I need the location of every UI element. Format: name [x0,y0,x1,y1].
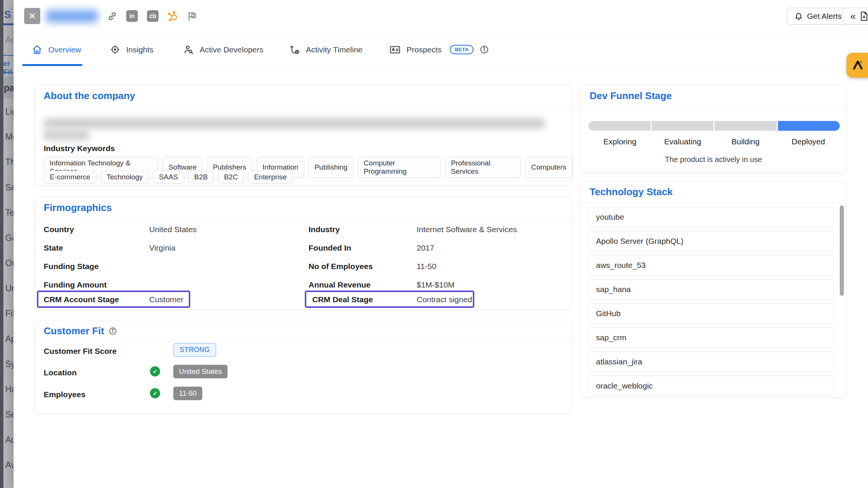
keyword-chip: B2B [188,171,214,184]
funnel-stage-bar [588,121,840,131]
tech-stack-item: youtube [588,207,834,227]
tab-activity-timeline[interactable]: Activity Timeline [290,44,363,55]
info-icon[interactable] [480,45,489,54]
dev-funnel-title: Dev Funnel Stage [581,85,847,107]
tab-active-developers-label: Active Developers [200,45,263,54]
keyword-chip: Professional Services [445,157,521,178]
crm-account-stage-value: Customer [149,295,183,304]
flag-icon[interactable] [186,10,198,22]
funnel-stage-labels: Exploring Evaluating Building Deployed [588,137,840,146]
hubspot-icon[interactable] [167,10,179,22]
employees-count-value: 11-50 [417,262,436,271]
firmographics-title: Firmographics [35,197,572,219]
tech-stack-item: atlassian_jira [588,352,834,372]
tech-stack-item: oracle_weblogic [588,376,834,396]
modal-dim-overlay [0,0,14,488]
funnel-caption: The product is actively in use [581,155,847,164]
location-label: Location [44,368,77,377]
country-value: United States [149,225,197,234]
tabs-divider [14,66,868,66]
firmographics-card: Firmographics Country United States Stat… [34,197,573,310]
keyword-chip: SAAS [153,171,184,184]
keyword-chip: Computer Programming [358,157,441,178]
tab-overview[interactable]: Overview [32,44,81,55]
funnel-segment-exploring [588,121,651,131]
bell-icon [795,12,803,21]
technology-stack-card: Technology Stack youtube Apollo Server (… [580,181,847,398]
website-link-icon[interactable] [106,10,118,22]
country-label: Country [44,225,74,234]
funnel-segment-evaluating [652,121,714,131]
get-alerts-button[interactable]: Get Alerts [787,8,850,25]
funnel-label-deployed: Deployed [777,137,840,146]
about-company-card: About the company Industry Keywords Info… [34,85,573,186]
company-name-redacted [46,10,98,23]
keyword-chip: E-commerce [44,171,96,184]
get-alerts-label: Get Alerts [807,12,842,21]
panel-topbar: ✕ in cb [14,0,868,33]
funding-stage-label: Funding Stage [44,262,99,271]
crm-deal-stage-label: CRM Deal Stage [312,295,373,304]
tab-insights-label: Insights [126,45,153,54]
beta-badge: BETA [450,45,473,54]
industry-value: Internet Software & Services [417,225,517,234]
tab-activity-timeline-label: Activity Timeline [306,45,363,54]
document-icon [860,11,868,21]
target-icon [110,44,120,55]
tech-stack-item: sap_crm [588,327,834,348]
tab-overview-label: Overview [48,45,81,54]
funnel-segment-building [715,121,777,131]
state-value: Virginia [149,243,176,252]
collapse-icon: « [850,11,856,22]
founded-in-label: Founded In [309,243,351,252]
timeline-icon [290,44,300,55]
customer-fit-card: Customer Fit Customer Fit Score STRONG L… [34,320,573,414]
check-circle-icon: ✓ [150,388,160,398]
person-search-icon [183,44,194,55]
screen: S Acc er Fit pany Ligh Mer The Sale Tetr… [0,0,868,488]
funnel-label-building: Building [714,137,777,146]
founded-in-value: 2017 [417,243,434,252]
funnel-segment-deployed [778,121,840,131]
company-detail-panel: ✕ in cb [14,0,868,488]
home-icon [32,44,42,55]
crunchbase-icon[interactable]: cb [147,10,159,22]
customer-fit-score-label: Customer Fit Score [44,347,117,356]
keyword-chip: Publishing [309,157,354,178]
funding-amount-label: Funding Amount [44,280,107,289]
state-label: State [44,243,63,252]
keyword-chip: Technology [101,171,149,184]
crm-account-stage-label: CRM Account Stage [44,295,119,304]
employees-value-chip: 11-50 [173,387,202,400]
company-description-redacted [44,118,545,129]
tech-stack-item: sap_hana [588,279,834,300]
collapse-notes-button[interactable]: « [842,8,868,25]
assistant-fab[interactable] [847,53,868,78]
crm-deal-stage-value: Contract signed [417,295,472,304]
funnel-label-evaluating: Evaluating [651,137,714,146]
tab-insights[interactable]: Insights [110,44,153,55]
brand-logo-icon [851,58,865,72]
id-card-icon [390,44,400,55]
close-button[interactable]: ✕ [24,8,40,24]
tab-active-developers[interactable]: Active Developers [183,44,263,55]
background-page-sliver: S Acc er Fit pany Ligh Mer The Sale Tetr… [0,0,14,488]
location-value-chip: United States [173,365,228,378]
tech-stack-item: aws_route_53 [588,255,834,275]
technology-stack-title: Technology Stack [581,181,847,203]
tech-stack-scrollbar[interactable] [840,205,844,296]
about-company-title: About the company [35,85,572,107]
employees-count-label: No of Employees [309,262,373,271]
keyword-chip: Enterprise [248,171,293,184]
tab-prospects[interactable]: Prospects BETA [390,44,489,55]
annual-revenue-value: $1M-$10M [417,280,454,289]
tab-prospects-label: Prospects [406,45,442,54]
keyword-chip-row: E-commerce Technology SAAS B2B B2C Enter… [44,171,293,184]
dev-funnel-card: Dev Funnel Stage Exploring Evaluating Bu… [580,85,847,173]
tech-stack-item: Apollo Server (GraphQL) [588,231,834,251]
employees-label: Employees [44,390,86,399]
annual-revenue-label: Annual Revenue [309,280,371,289]
industry-label: Industry [309,225,340,234]
info-icon[interactable] [108,327,117,335]
linkedin-icon[interactable]: in [126,10,138,22]
